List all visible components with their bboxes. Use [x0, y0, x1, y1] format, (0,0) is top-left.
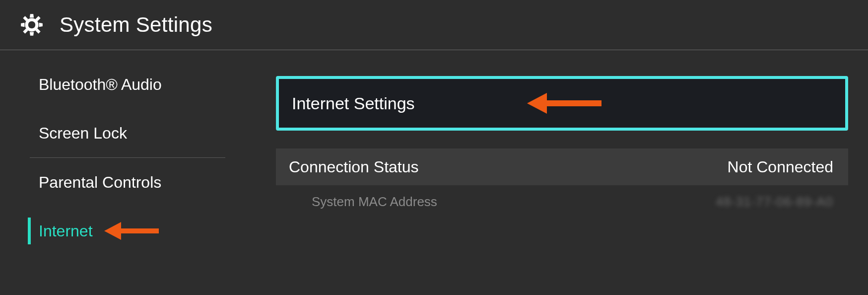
svg-point-1	[28, 21, 36, 29]
connection-status-label: Connection Status	[289, 158, 419, 176]
mac-address-label: System MAC Address	[312, 194, 437, 210]
connection-status-value: Not Connected	[728, 158, 833, 176]
internet-settings-row[interactable]: Internet Settings	[276, 76, 848, 131]
sidebar-item-internet[interactable]: Internet	[0, 207, 253, 255]
mac-address-value: 48-31-77-06-89-A0	[716, 194, 833, 210]
sidebar-item-label: Bluetooth® Audio	[39, 75, 162, 94]
sidebar-item-label: Screen Lock	[39, 124, 127, 143]
sidebar-item-label: Parental Controls	[39, 173, 161, 192]
annotation-arrow-icon	[104, 221, 159, 241]
svg-rect-4	[545, 100, 601, 106]
mac-address-row: System MAC Address 48-31-77-06-89-A0	[276, 185, 848, 218]
settings-sidebar: Bluetooth® Audio Screen Lock Parental Co…	[0, 50, 253, 290]
sidebar-item-parental-controls[interactable]: Parental Controls	[0, 158, 253, 207]
settings-detail-panel: Internet Settings Connection Status Not …	[253, 50, 868, 290]
row-label: Internet Settings	[292, 94, 415, 113]
sidebar-item-screen-lock[interactable]: Screen Lock	[0, 109, 253, 157]
sidebar-item-bluetooth-audio[interactable]: Bluetooth® Audio	[0, 60, 253, 109]
page-title: System Settings	[60, 13, 212, 37]
annotation-arrow-icon	[527, 92, 601, 115]
sidebar-item-label: Internet	[39, 222, 93, 240]
svg-marker-5	[527, 93, 547, 114]
svg-rect-2	[119, 228, 159, 233]
gear-icon	[19, 12, 45, 38]
header-bar: System Settings	[0, 0, 868, 50]
connection-status-row: Connection Status Not Connected	[276, 148, 848, 185]
svg-marker-3	[104, 222, 121, 240]
